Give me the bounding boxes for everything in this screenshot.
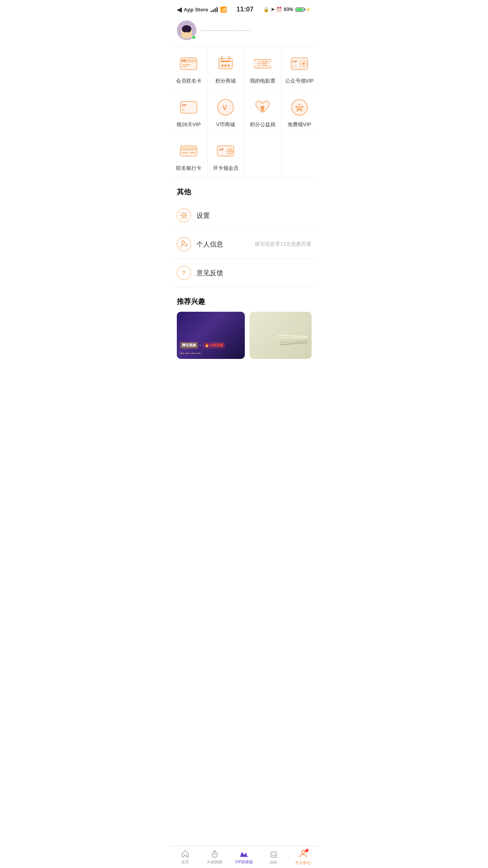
feedback-item[interactable]: ? 意见反馈	[171, 259, 318, 287]
points-icon	[216, 54, 235, 74]
grid-item-empty1	[244, 134, 281, 177]
battery-percent: 83%	[284, 7, 293, 12]
badge-times: ×	[200, 344, 202, 347]
grid-item-movie-ticket[interactable]: 我的电影票	[244, 47, 281, 90]
svg-rect-49	[182, 152, 188, 153]
wifi-icon: 📶	[220, 6, 227, 13]
grid-label-movie-ticket: 我的电影票	[250, 77, 275, 85]
grid-label-vcoin-mall: V币商城	[216, 121, 235, 128]
profile-item[interactable]: 个人信息 填写信息享12元优惠开通	[171, 230, 318, 259]
header-username: ————————	[201, 27, 251, 34]
header: ————————	[171, 17, 318, 46]
svg-rect-25	[261, 61, 268, 62]
bank-card-icon	[179, 141, 198, 161]
grid-label-bank-card: 联名银行卡	[176, 165, 202, 172]
svg-rect-48	[180, 147, 197, 151]
svg-text:V: V	[222, 104, 227, 112]
grid-item-points-mall[interactable]: 积分商城	[207, 47, 244, 90]
gear-icon-wrap	[177, 208, 191, 223]
grid-item-free-vip[interactable]: 免费领VIP	[281, 90, 318, 134]
grid-label-free-vip: 免费领VIP	[288, 121, 311, 128]
grid-item-empty2	[281, 134, 318, 177]
lock-icon: 🔒	[263, 7, 269, 12]
grid-label-get-28vip: 领28天VIP	[176, 121, 200, 128]
grid-label-points-charity: 积分公益捐	[250, 121, 275, 128]
svg-rect-50	[190, 152, 195, 153]
question-icon: ?	[180, 269, 188, 277]
badge-tencent: 腾讯视频	[180, 342, 198, 349]
grid-item-member-card[interactable]: VIP 会员联名卡	[171, 47, 207, 90]
grid-item-public-vip[interactable]: VIP 3 天 公众号领VIP	[281, 47, 318, 90]
telecom-card-icon: VIP 中	[216, 141, 235, 161]
question-icon-wrap: ?	[177, 266, 191, 280]
svg-text:?: ?	[182, 269, 185, 276]
grid-item-open-card[interactable]: VIP 中 开卡领会员	[207, 134, 244, 177]
svg-point-24	[259, 65, 260, 66]
person-edit-icon	[180, 240, 188, 248]
svg-text:VIP: VIP	[182, 59, 186, 62]
svg-rect-10	[182, 66, 187, 67]
svg-point-23	[259, 63, 260, 64]
grid-item-bank-card[interactable]: 联名银行卡	[171, 134, 207, 177]
svg-point-20	[269, 62, 272, 65]
grid-label-points-mall: 积分商城	[215, 77, 236, 85]
avatar-wrap[interactable]	[177, 20, 196, 40]
charity-icon	[253, 97, 272, 117]
grid-item-vcoin-mall[interactable]: V V币商城	[207, 90, 244, 134]
vcoin-icon: V	[216, 97, 235, 117]
ticket-icon	[253, 54, 272, 74]
charging-icon: ⚡	[306, 7, 311, 12]
feedback-label: 意见反馈	[196, 268, 312, 278]
svg-rect-9	[182, 64, 191, 65]
status-right: 🔒 ➤ ⏰ 83% ⚡	[263, 7, 311, 12]
free-vip-icon	[290, 97, 309, 117]
profile-hint: 填写信息享12元优惠开通	[255, 241, 311, 248]
online-indicator	[192, 35, 196, 39]
grid-row-1: VIP 会员联名卡 积分商城	[171, 47, 318, 90]
svg-point-56	[182, 241, 185, 244]
svg-point-5	[187, 29, 189, 31]
battery-icon	[295, 7, 304, 12]
vip-month-icon: VIP 月 ↑	[179, 97, 198, 117]
svg-point-3	[181, 32, 192, 39]
card-title-left: — — — —	[180, 350, 242, 356]
svg-text:VIP: VIP	[182, 103, 187, 107]
back-icon[interactable]: ◀	[177, 6, 182, 13]
recommend-section: 推荐兴趣 腾讯视频 × 🔥火锅视频 — — — —	[171, 287, 318, 364]
svg-text:天: 天	[295, 65, 297, 68]
svg-rect-16	[221, 56, 222, 59]
grid-item-points-charity[interactable]: 积分公益捐	[244, 90, 281, 134]
recommend-card-right[interactable]	[250, 312, 312, 359]
settings-label: 设置	[196, 211, 312, 220]
svg-text:月: 月	[182, 108, 184, 111]
right-card-image	[250, 312, 312, 359]
status-bar: ◀ App Store 📶 11:07 🔒 ➤ ⏰ 83% ⚡	[171, 0, 318, 17]
carrier-label: App Store	[184, 7, 208, 13]
svg-point-2	[182, 25, 191, 33]
svg-rect-11	[219, 59, 232, 69]
svg-rect-62	[277, 335, 308, 337]
grid-label-public-vip: 公众号领VIP	[285, 77, 314, 85]
grid-row-3: 联名银行卡 VIP 中 开卡领会员	[171, 134, 318, 178]
svg-point-13	[221, 64, 224, 67]
public-vip-icon: VIP 3 天	[290, 54, 309, 74]
svg-point-4	[184, 29, 186, 31]
status-time: 11:07	[237, 6, 253, 13]
profile-label: 个人信息	[196, 240, 255, 249]
person-edit-icon-wrap	[177, 237, 191, 251]
svg-rect-47	[180, 146, 197, 156]
svg-point-14	[224, 64, 227, 67]
grid-item-get-28vip[interactable]: VIP 月 ↑ 领28天VIP	[171, 90, 207, 134]
recommend-row: 腾讯视频 × 🔥火锅视频 — — — —	[177, 312, 312, 359]
grid-section: VIP 会员联名卡 积分商城	[171, 46, 318, 178]
alarm-icon: ⏰	[276, 7, 282, 12]
svg-rect-42	[261, 110, 264, 111]
settings-item[interactable]: 设置	[171, 201, 318, 230]
recommend-card-left[interactable]: 腾讯视频 × 🔥火锅视频 — — — —	[177, 312, 245, 359]
location-icon: ➤	[271, 7, 275, 12]
status-left: ◀ App Store 📶	[177, 6, 227, 13]
svg-point-15	[227, 64, 230, 67]
svg-point-55	[183, 214, 185, 217]
svg-text:↑: ↑	[184, 109, 185, 111]
svg-text:VIP: VIP	[219, 148, 224, 151]
